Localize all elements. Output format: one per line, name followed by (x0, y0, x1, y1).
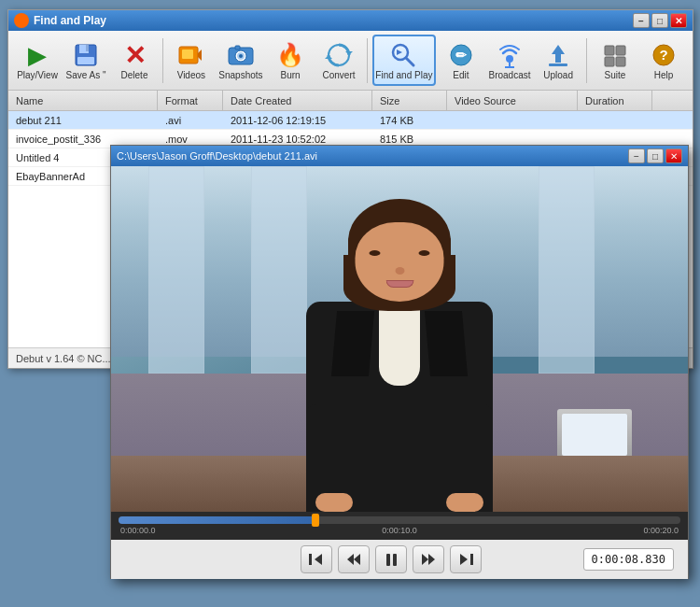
find-play-button[interactable]: Find and Play (372, 35, 436, 86)
table-row[interactable]: debut 211 .avi 2011-12-06 12:19:15 174 K… (8, 111, 693, 130)
video-maximize-button[interactable]: □ (647, 148, 664, 163)
svg-rect-25 (605, 46, 614, 55)
left-hand (315, 493, 353, 512)
pause-bar-1 (386, 554, 390, 566)
main-window-controls: − □ ✕ (633, 13, 687, 28)
edit-icon: ✏ (446, 40, 476, 70)
save-as-label: Save As " (65, 70, 105, 80)
help-button[interactable]: ? Help (640, 36, 687, 84)
svg-text:✏: ✏ (455, 48, 468, 63)
controls-center (301, 545, 482, 573)
time-display: 0:00:08.830 (583, 548, 674, 571)
snapshots-label: Snapshots (218, 70, 262, 80)
svg-rect-6 (182, 49, 193, 59)
player-controls: 0:00:08.830 (111, 540, 688, 579)
svg-rect-2 (86, 45, 89, 51)
status-text: Debut v 1.64 © NC... (16, 353, 111, 364)
svg-marker-14 (325, 55, 332, 59)
convert-icon (324, 40, 354, 70)
right-hand (446, 493, 483, 512)
svg-point-10 (239, 54, 243, 58)
svg-marker-5 (198, 49, 202, 61)
svg-marker-13 (345, 51, 353, 55)
svg-marker-34 (354, 554, 360, 565)
play-view-label: Play/View (17, 70, 58, 80)
svg-rect-31 (309, 554, 312, 565)
col-header-name: Name (8, 91, 158, 110)
main-title-bar: Find and Play − □ ✕ (8, 10, 693, 31)
save-icon (71, 40, 101, 70)
upload-icon (543, 40, 573, 70)
video-title-text: C:\Users\Jason Groff\Desktop\debut 211.a… (117, 150, 628, 162)
snapshots-button[interactable]: Snapshots (217, 36, 265, 84)
close-button[interactable]: ✕ (670, 13, 687, 28)
cell-date: 2011-12-06 12:19:15 (223, 113, 372, 128)
convert-button[interactable]: Convert (315, 36, 362, 84)
skip-back-button[interactable] (301, 545, 332, 573)
svg-rect-28 (616, 57, 625, 66)
video-window-controls: − □ ✕ (628, 148, 682, 163)
col-header-format: Format (158, 91, 223, 110)
skip-forward-button[interactable] (450, 545, 482, 573)
pause-bar-2 (393, 554, 397, 566)
cell-duration (578, 137, 652, 141)
edit-button[interactable]: ✏ Edit (438, 36, 484, 84)
cell-format: .avi (158, 113, 223, 128)
suite-button[interactable]: Suite (592, 36, 638, 84)
video-player-window: C:\Users\Jason Groff\Desktop\debut 211.a… (110, 145, 689, 579)
forward-button[interactable] (413, 545, 444, 573)
maximize-button[interactable]: □ (651, 13, 668, 28)
broadcast-label: Broadcast (488, 70, 530, 80)
video-close-button[interactable]: ✕ (665, 148, 682, 163)
edit-label: Edit (453, 70, 469, 80)
svg-marker-33 (347, 554, 354, 565)
upload-button[interactable]: Upload (535, 36, 581, 84)
person (250, 194, 549, 512)
mouth (385, 280, 413, 288)
videos-label: Videos (177, 70, 205, 80)
suite-label: Suite (605, 70, 626, 80)
svg-point-20 (506, 55, 513, 63)
delete-label: Delete (121, 70, 148, 80)
video-area (111, 166, 688, 512)
person-body (306, 302, 493, 512)
timeline-track[interactable] (119, 516, 680, 524)
svg-rect-11 (235, 46, 240, 49)
cell-size: 174 KB (372, 113, 447, 128)
save-as-button[interactable]: Save As " (63, 36, 109, 84)
separator-1 (162, 38, 163, 83)
separator-3 (586, 38, 587, 83)
timeline-area[interactable]: 0:00:00.0 0:00:10.0 0:00:20.0 (111, 512, 688, 540)
pause-icon (386, 554, 397, 566)
upload-label: Upload (543, 70, 573, 80)
find-play-label: Find and Play (375, 70, 432, 80)
find-play-icon (389, 40, 419, 70)
burn-label: Burn (280, 70, 300, 80)
timeline-label-mid: 0:00:10.0 (382, 526, 417, 535)
timeline-label-end: 0:00:20.0 (643, 526, 679, 535)
suite-icon (600, 40, 630, 70)
broadcast-button[interactable]: Broadcast (486, 36, 533, 84)
pause-button[interactable] (375, 545, 407, 573)
timeline-label-start: 0:00:00.0 (120, 526, 156, 535)
help-icon: ? (649, 40, 679, 70)
video-minimize-button[interactable]: − (628, 148, 645, 163)
svg-marker-17 (397, 49, 402, 55)
timeline-thumb[interactable] (312, 514, 319, 527)
video-title-bar: C:\Users\Jason Groff\Desktop\debut 211.a… (111, 146, 688, 166)
cell-duration (578, 119, 652, 122)
convert-label: Convert (323, 70, 356, 80)
delete-button[interactable]: ✕ Delete (111, 36, 158, 84)
bg-pillar-1 (148, 166, 204, 374)
timeline-progress (119, 516, 315, 524)
help-label: Help (654, 70, 674, 80)
svg-text:?: ? (659, 47, 667, 63)
burn-button[interactable]: 🔥 Burn (267, 36, 314, 84)
play-view-button[interactable]: ▶ Play/View (14, 36, 61, 84)
rewind-button[interactable] (338, 545, 370, 573)
videos-button[interactable]: Videos (168, 36, 215, 84)
delete-icon: ✕ (119, 40, 149, 70)
minimize-button[interactable]: − (633, 13, 650, 28)
burn-icon: 🔥 (275, 40, 305, 70)
videos-icon (176, 40, 206, 70)
